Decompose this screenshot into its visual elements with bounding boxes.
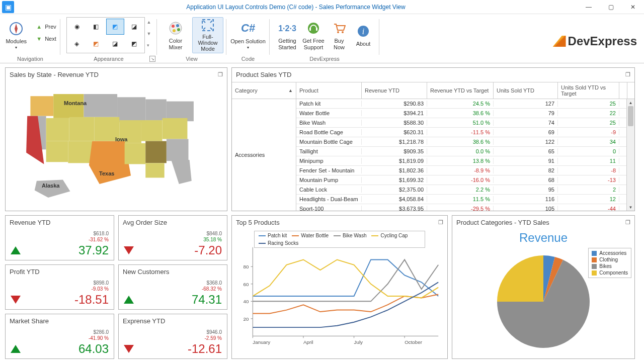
- line-chart[interactable]: 20406080 JanuaryAprilJulyOctober: [236, 232, 443, 356]
- minimize-button[interactable]: —: [578, 0, 600, 14]
- vertical-scrollbar[interactable]: ▲ ▼: [626, 99, 634, 211]
- cart-icon: [331, 20, 347, 36]
- logo-mark-icon: [553, 36, 566, 47]
- maximize-button[interactable]: ▢: [600, 0, 622, 14]
- table-row[interactable]: Patch kit$290.8324.5 %12725: [296, 99, 626, 109]
- svg-rect-29: [68, 141, 92, 163]
- scrollbar-thumb[interactable]: [628, 106, 633, 126]
- svg-rect-35: [145, 163, 164, 177]
- trend-up-icon: [11, 345, 21, 353]
- full-window-mode-button[interactable]: Full-Window Mode: [192, 17, 223, 53]
- color-mixer-button[interactable]: Color Mixer: [160, 17, 191, 53]
- col-revenue-vs-target[interactable]: Revenue YTD vs Target: [427, 82, 494, 99]
- skin-item[interactable]: ◩: [106, 19, 124, 35]
- get-free-support-button[interactable]: Get Free Support: [301, 17, 326, 53]
- skin-item[interactable]: ◪: [106, 36, 124, 52]
- gallery-expand[interactable]: ▾: [147, 43, 151, 48]
- dialog-launcher-icon[interactable]: ↘: [149, 56, 155, 62]
- svg-point-10: [337, 31, 339, 33]
- kpi-value: -7.20: [194, 243, 222, 257]
- table-row[interactable]: Fender Set - Mountain$1,802.36-8.9 %82-8: [296, 166, 626, 175]
- getting-started-button[interactable]: 1·2·3 Getting Started: [275, 17, 300, 53]
- gallery-scroll-up[interactable]: ▲: [147, 20, 151, 25]
- skin-item[interactable]: ◧: [87, 19, 105, 35]
- gallery-scroll-down[interactable]: ▼: [147, 31, 151, 36]
- skin-item[interactable]: ◩: [87, 36, 105, 52]
- skin-item[interactable]: ◉: [68, 19, 86, 35]
- dashboard-content: Sales by State - Revenue YTD❐: [0, 63, 644, 362]
- map-label-montana: Montana: [64, 100, 87, 106]
- table-row[interactable]: Sport-100$3,673.95-29.5 %105-44: [296, 204, 626, 211]
- 123-icon: 1·2·3: [279, 20, 295, 36]
- about-button[interactable]: i About: [352, 17, 374, 53]
- skin-item[interactable]: ◩: [125, 36, 143, 52]
- table-row[interactable]: Minipump$1,819.0913.8 %9111: [296, 156, 626, 166]
- modules-button[interactable]: Modules▾: [1, 17, 32, 53]
- kpi-card: Profit YTD $898.0-9.03 % -18.51: [5, 264, 114, 310]
- arrow-up-icon: ▲: [36, 24, 42, 30]
- svg-rect-31: [125, 143, 146, 164]
- group-label-devexpress: DevExpress: [309, 56, 339, 63]
- skin-item[interactable]: ◪: [125, 19, 143, 35]
- table-row[interactable]: Water Bottle$394.2138.6 %7922: [296, 109, 626, 118]
- close-button[interactable]: ✕: [622, 0, 644, 14]
- maximize-panel-icon[interactable]: ❐: [625, 219, 630, 226]
- pie-heading: Revenue: [519, 231, 568, 245]
- svg-point-2: [172, 25, 175, 28]
- table-row[interactable]: Cable Lock$2,375.002.2 %952: [296, 185, 626, 195]
- panel-title: Product Sales YTD: [236, 71, 291, 78]
- next-button[interactable]: ▼Next: [33, 33, 60, 44]
- panel-title: Top 5 Products: [236, 219, 280, 226]
- table-row[interactable]: Road Bottle Cage$620.31-11.5 %69-9: [296, 128, 626, 137]
- trend-dn-icon: [124, 246, 134, 254]
- category-group-cell[interactable]: Accessories: [232, 99, 296, 211]
- maximize-panel-icon[interactable]: ❐: [438, 219, 443, 226]
- svg-text:April: April: [303, 339, 313, 345]
- skin-gallery[interactable]: ◉ ◧ ◩ ◪ ◈ ◩ ◪ ◩: [66, 17, 145, 53]
- kpi-card: Market Share $286.0-41.90 % 64.03: [5, 314, 114, 359]
- svg-rect-22: [46, 118, 69, 141]
- pie-chart[interactable]: [493, 251, 594, 352]
- skin-item[interactable]: ◈: [68, 36, 86, 52]
- svg-point-5: [173, 29, 176, 32]
- svg-point-3: [176, 24, 179, 27]
- svg-rect-16: [84, 94, 118, 117]
- svg-rect-14: [30, 96, 53, 116]
- trend-dn-icon: [124, 345, 134, 353]
- table-row[interactable]: Taillight$909.350.0 %650: [296, 147, 626, 156]
- col-units-sold[interactable]: Units Sold YTD: [494, 82, 558, 99]
- maximize-panel-icon[interactable]: ❐: [218, 71, 223, 78]
- scroll-up-icon[interactable]: ▲: [627, 99, 634, 106]
- table-row[interactable]: Headlights - Dual-Beam$4,058.8411.5 %116…: [296, 195, 626, 204]
- trend-up-icon: [124, 296, 134, 304]
- col-product[interactable]: Product: [296, 82, 362, 99]
- title-bar: ▣ Application UI Layout Controls Demo (C…: [0, 0, 644, 14]
- scroll-down-icon[interactable]: ▼: [627, 204, 634, 211]
- col-units-vs-target[interactable]: Units Sold YTD vs Target: [558, 82, 619, 99]
- open-solution-button[interactable]: C# Open Solution▾: [229, 17, 267, 53]
- table-row[interactable]: Bike Wash$588.3051.0 %7425: [296, 118, 626, 128]
- line-legend: Patch kitWater BottleBike WashCycling Ca…: [254, 231, 425, 248]
- panel-top5-products: Top 5 Products❐ Patch kitWater BottleBik…: [231, 215, 448, 359]
- group-label-view: View: [186, 56, 198, 63]
- prev-button[interactable]: ▲Prev: [33, 21, 60, 32]
- kpi-card: New Customers $368.0-68.32 % 74.31: [118, 264, 227, 310]
- usa-map[interactable]: Montana Iowa Texas Alaska: [6, 82, 227, 212]
- buy-now-button[interactable]: Buy Now: [327, 17, 351, 53]
- kpi-value: 37.92: [78, 243, 109, 257]
- table-row[interactable]: Mountain Bottle Cage$1,218.7838.6 %12234: [296, 137, 626, 147]
- kpi-value: 74.31: [192, 293, 222, 307]
- group-label-appearance: Appearance: [94, 56, 123, 63]
- col-revenue-ytd[interactable]: Revenue YTD: [362, 82, 427, 99]
- grid-header: Category▲ Product Revenue YTD Revenue YT…: [232, 82, 634, 99]
- col-category[interactable]: Category▲: [232, 82, 296, 99]
- kpi-title: New Customers: [123, 268, 169, 276]
- app-icon: ▣: [2, 1, 14, 13]
- maximize-panel-icon[interactable]: ❐: [625, 71, 630, 78]
- svg-rect-9: [316, 28, 317, 31]
- fullscreen-icon: [200, 19, 216, 32]
- svg-text:60: 60: [244, 282, 249, 287]
- kpi-value: -12.61: [188, 342, 222, 356]
- table-row[interactable]: Mountain Pump$1,699.32-16.0 %68-13: [296, 175, 626, 185]
- svg-point-4: [177, 28, 180, 31]
